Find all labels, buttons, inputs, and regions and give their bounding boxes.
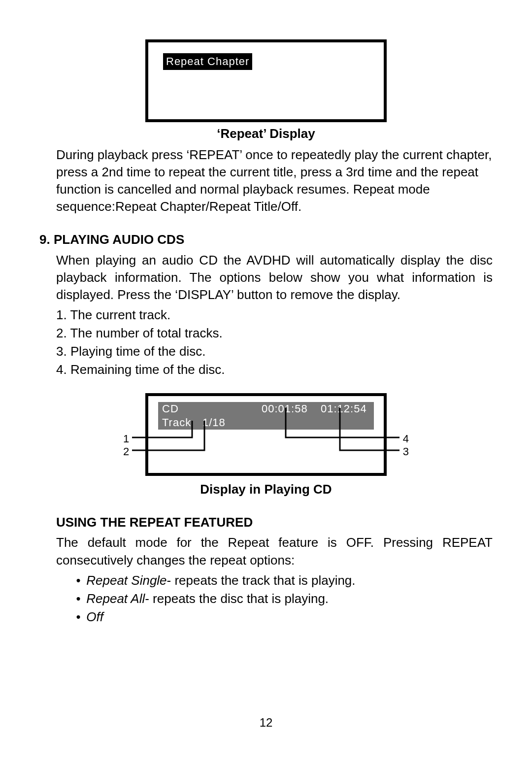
cd-total: 01:12:54 bbox=[321, 402, 367, 416]
callout-3: 3 bbox=[403, 444, 409, 459]
cd-display-figure: CD 00:01:58 01:12:54 Track 1/18 1 2 3 4 bbox=[128, 393, 404, 476]
list-item: • Repeat All- repeats the disc that is p… bbox=[74, 590, 493, 607]
list-item: • Repeat Single- repeats the track that … bbox=[74, 572, 493, 589]
mode-desc: - repeats the track that is playing. bbox=[167, 573, 356, 588]
cd-row-bottom: Track 1/18 bbox=[158, 416, 374, 430]
mode-name: Repeat Single bbox=[86, 573, 166, 588]
list-item: 1. The current track. bbox=[56, 306, 493, 324]
cd-elapsed: 00:01:58 bbox=[262, 402, 308, 416]
cd-row-top: CD 00:01:58 01:12:54 bbox=[158, 402, 374, 416]
mode-name: Repeat All bbox=[86, 591, 145, 606]
callout-2: 2 bbox=[123, 444, 129, 459]
p1b: DISPLAY bbox=[178, 287, 231, 302]
p1c: button to remove the display. bbox=[233, 287, 400, 302]
bullet-icon: • bbox=[74, 590, 83, 607]
repeat-display-caption: ‘Repeat’ Display bbox=[39, 125, 493, 142]
list-item: • Off bbox=[74, 608, 493, 626]
cd-track-label: Track bbox=[162, 416, 200, 430]
repeat-display-box: Repeat Chapter bbox=[145, 39, 387, 122]
cd-display-box: CD 00:01:58 01:12:54 Track 1/18 bbox=[145, 393, 387, 476]
bullet-icon: • bbox=[74, 608, 83, 626]
using-repeat-title: USING THE REPEAT FEATURED bbox=[56, 514, 493, 531]
list-item: 3. Playing time of the disc. bbox=[56, 343, 493, 360]
info-list: 1. The current track. 2. The number of t… bbox=[56, 306, 493, 378]
mode-desc: - repeats the disc that is playing. bbox=[145, 591, 329, 606]
callout-4: 4 bbox=[403, 432, 409, 446]
bullet-icon: • bbox=[74, 572, 83, 589]
repeat-chapter-tag: Repeat Chapter bbox=[163, 53, 252, 70]
cd-display-caption: Display in Playing CD bbox=[39, 481, 493, 498]
list-item: 4. Remaining time of the disc. bbox=[56, 361, 493, 378]
section-9-paragraph: When playing an audio CD the AVDHD will … bbox=[56, 252, 493, 303]
using-repeat-desc: The default mode for the Repeat feature … bbox=[56, 534, 493, 569]
repeat-description: During playback press ‘REPEAT’ once to r… bbox=[56, 146, 493, 215]
mode-name: Off bbox=[86, 609, 103, 624]
cd-track-value: 1/18 bbox=[202, 416, 226, 430]
list-item: 2. The number of total tracks. bbox=[56, 325, 493, 342]
repeat-modes-list: • Repeat Single- repeats the track that … bbox=[74, 572, 493, 626]
manual-page: Repeat Chapter ‘Repeat’ Display During p… bbox=[0, 0, 532, 770]
page-number: 12 bbox=[0, 715, 532, 731]
cd-type: CD bbox=[162, 402, 179, 416]
section-9-title: 9. PLAYING AUDIO CDS bbox=[39, 231, 493, 248]
